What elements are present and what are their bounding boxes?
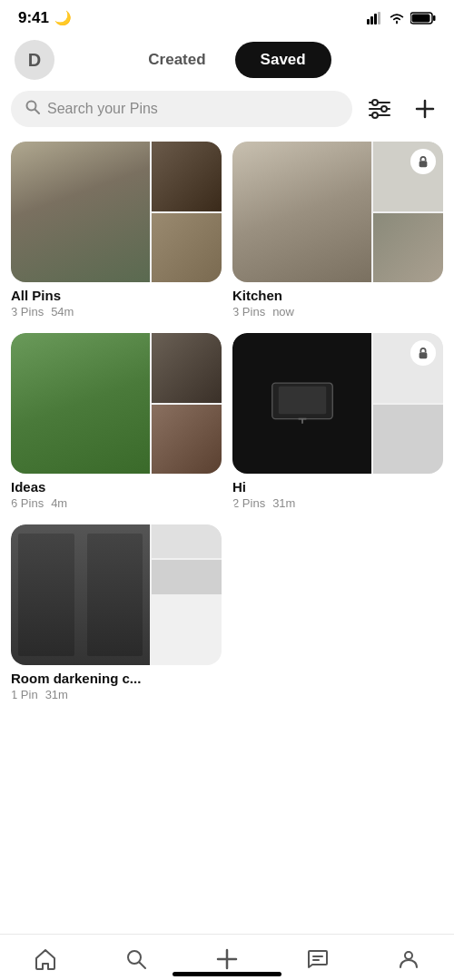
nav-item-search[interactable] (110, 944, 163, 975)
status-bar: 9:41 🌙 (0, 0, 454, 33)
svg-rect-17 (419, 161, 428, 167)
board-meta: 3 Pins now (232, 305, 443, 318)
svg-rect-0 (367, 19, 370, 24)
boards-area: All Pins 3 Pins 54m (0, 138, 454, 798)
tab-created[interactable]: Created (123, 42, 231, 78)
svg-point-29 (405, 952, 412, 959)
svg-rect-3 (378, 12, 380, 24)
board-info: Kitchen 3 Pins now (232, 282, 443, 322)
nav-item-profile[interactable] (382, 944, 435, 975)
board-images (11, 524, 222, 665)
svg-rect-2 (374, 14, 377, 24)
wifi-icon (389, 12, 405, 24)
nav-item-add[interactable] (201, 944, 253, 975)
svg-rect-5 (433, 15, 436, 21)
svg-rect-19 (278, 387, 326, 415)
board-card[interactable]: Kitchen 3 Pins now (232, 142, 443, 322)
filter-button[interactable] (361, 91, 398, 127)
board-name: All Pins (11, 288, 222, 303)
signal-icon (367, 12, 383, 24)
board-name: Kitchen (232, 288, 443, 303)
nav-item-messages[interactable] (291, 944, 344, 975)
board-pins-count: 6 Pins (11, 496, 44, 510)
board-meta: 1 Pin 31m (11, 688, 222, 701)
board-time: 31m (45, 688, 68, 701)
board-meta: 2 Pins 31m (232, 496, 443, 510)
chat-icon (306, 947, 330, 971)
board-name: Room darkening c... (11, 671, 222, 686)
person-icon (397, 947, 420, 971)
svg-rect-1 (370, 16, 373, 24)
board-images (11, 333, 222, 474)
board-images (232, 333, 443, 474)
svg-line-24 (140, 963, 146, 969)
plus-icon (414, 98, 436, 120)
board-info: Hi 2 Pins 31m (232, 474, 443, 514)
header-tabs: Created Saved (65, 42, 389, 78)
filter-icon (368, 99, 391, 119)
board-card[interactable]: Ideas 6 Pins 4m (11, 333, 222, 514)
search-bar-container: Search your Pins (0, 91, 454, 138)
moon-icon: 🌙 (54, 10, 72, 26)
header: D Created Saved (0, 33, 454, 91)
board-images (232, 142, 443, 282)
status-time: 9:41 (18, 9, 49, 27)
search-placeholder: Search your Pins (47, 101, 158, 117)
board-name: Ideas (11, 479, 222, 495)
board-info: All Pins 3 Pins 54m (11, 282, 222, 322)
svg-line-8 (35, 110, 40, 114)
home-indicator (173, 972, 281, 976)
tab-saved[interactable]: Saved (235, 42, 331, 78)
svg-point-14 (372, 113, 378, 118)
nav-item-home[interactable] (19, 944, 72, 975)
search-icon (25, 100, 40, 118)
status-icons (367, 12, 436, 24)
board-pins-count: 2 Pins (232, 496, 265, 510)
battery-icon (410, 12, 436, 24)
board-meta: 6 Pins 4m (11, 496, 222, 510)
board-pins-count: 3 Pins (11, 305, 44, 318)
add-button[interactable] (407, 91, 443, 127)
boards-grid: All Pins 3 Pins 54m (0, 138, 454, 716)
plus-nav-icon (215, 947, 239, 971)
board-time: now (272, 305, 294, 318)
board-meta: 3 Pins 54m (11, 305, 222, 318)
board-time: 4m (51, 496, 67, 510)
svg-point-13 (381, 106, 387, 112)
board-info: Ideas 6 Pins 4m (11, 474, 222, 514)
board-info: Room darkening c... 1 Pin 31m (11, 665, 222, 705)
board-pins-count: 1 Pin (11, 688, 38, 701)
lock-badge (410, 149, 436, 174)
board-card[interactable]: Hi 2 Pins 31m (232, 333, 443, 514)
search-bar[interactable]: Search your Pins (11, 91, 352, 127)
home-icon (34, 947, 57, 971)
board-time: 54m (51, 305, 74, 318)
board-card[interactable]: Room darkening c... 1 Pin 31m (11, 524, 222, 705)
lock-badge (410, 340, 436, 366)
board-card[interactable]: All Pins 3 Pins 54m (11, 142, 222, 322)
search-nav-icon (124, 947, 148, 971)
board-time: 31m (272, 496, 295, 510)
svg-rect-6 (412, 15, 430, 23)
svg-rect-22 (419, 352, 428, 358)
svg-point-12 (372, 100, 378, 105)
board-name: Hi (232, 479, 443, 495)
avatar[interactable]: D (15, 40, 54, 80)
board-images (11, 142, 222, 282)
board-pins-count: 3 Pins (232, 305, 265, 318)
